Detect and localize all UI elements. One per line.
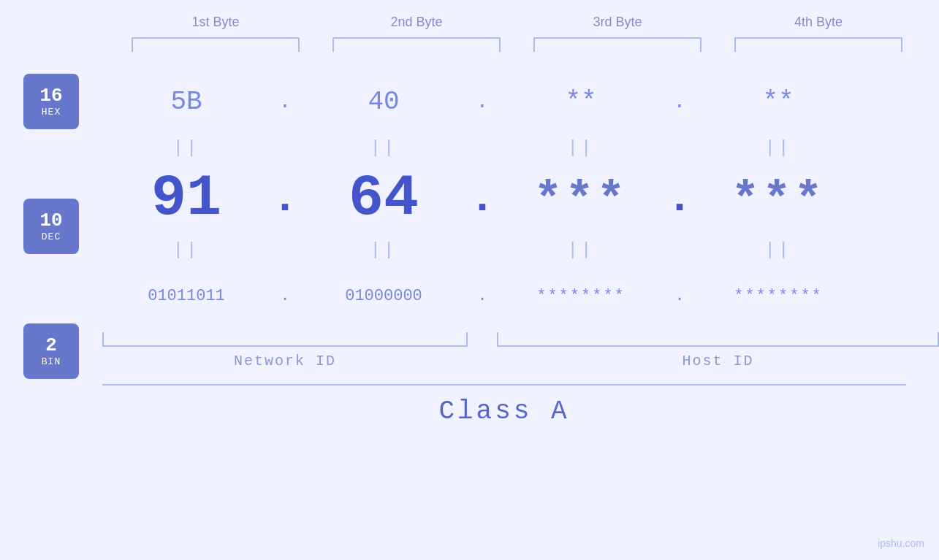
class-section: Class A [102,384,906,426]
equals-row-1: || || || || [102,137,939,158]
dec-row: 91 . 64 . *** . *** [102,166,939,231]
bottom-bracket-row [102,332,939,347]
bin-badge: 2 BIN [23,323,79,379]
bin-cell-3: ******** [497,287,665,305]
dec-val-2: 64 [349,165,419,231]
eq1-c2: || [300,138,468,158]
hex-val-3: ** [565,87,596,117]
class-label: Class A [438,396,569,426]
hex-cell-3: ** [497,87,665,117]
main-container: 1st Byte 2nd Byte 3rd Byte 4th Byte 16 H… [0,0,939,560]
col-header-1: 1st Byte [132,15,300,30]
dec-dot-1: . [270,177,300,228]
dec-val-3: *** [533,174,628,228]
bin-row: 01011011 . 01000000 . ******** . [102,268,939,323]
bracket-3 [533,37,702,52]
col-header-3: 3rd Byte [533,15,702,30]
eq1-c1: || [102,138,270,158]
dec-cell-4: *** [694,174,862,228]
eq2-c3: || [497,240,665,260]
dec-val-4: *** [731,174,825,228]
eq1-c4: || [694,138,862,158]
host-id-bracket [497,332,939,347]
col-header-4: 4th Byte [734,15,902,30]
hex-val-1: 5B [170,87,202,117]
header-brackets [115,37,919,52]
hex-dot-3: . [665,91,694,113]
hex-cell-4: ** [694,87,862,117]
hex-dot-1: . [270,91,300,113]
col-header-2: 2nd Byte [332,15,501,30]
column-headers: 1st Byte 2nd Byte 3rd Byte 4th Byte [115,15,919,30]
dec-dot-3: . [665,177,694,228]
hex-badge: 16 HEX [23,74,79,129]
id-labels-row: Network ID Host ID [102,353,939,369]
hex-cell-2: 40 [300,87,468,117]
hex-dot-2: . [468,91,497,113]
bin-val-4: ******** [734,287,823,305]
dec-badge-label: DEC [42,231,61,242]
bin-dot-3: . [665,287,694,305]
content-area: 16 HEX 10 DEC 2 BIN 5B . [0,74,939,426]
badges-column: 16 HEX 10 DEC 2 BIN [0,74,102,426]
bin-val-3: ******** [536,287,626,305]
network-id-label: Network ID [102,353,468,369]
bin-badge-label: BIN [42,356,61,367]
bracket-1 [132,37,300,52]
bracket-4 [734,37,902,52]
watermark: ipshu.com [878,537,924,549]
hex-row: 5B . 40 . ** . ** [102,74,939,129]
eq2-c4: || [694,240,862,260]
dec-badge: 10 DEC [23,199,79,254]
bin-dot-2: . [468,287,497,305]
dec-badge-number: 10 [39,210,62,231]
hex-badge-number: 16 [39,85,62,107]
data-columns: 5B . 40 . ** . ** [102,74,939,426]
network-id-bracket [102,332,468,347]
bin-val-2: 01000000 [345,287,422,305]
eq2-c2: || [300,240,468,260]
dec-cell-1: 91 [102,169,270,228]
hex-val-2: 40 [368,87,399,117]
dec-dot-2: . [468,177,497,228]
bin-dot-1: . [270,287,300,305]
bin-badge-number: 2 [45,335,57,356]
bin-cell-1: 01011011 [102,287,270,305]
eq2-c1: || [102,240,270,260]
hex-val-4: ** [762,87,794,117]
dec-cell-2: 64 [300,169,468,228]
hex-badge-label: HEX [42,107,61,118]
hex-cell-1: 5B [102,87,270,117]
equals-row-2: || || || || [102,239,939,261]
bin-cell-2: 01000000 [300,287,468,305]
dec-val-1: 91 [151,165,221,231]
bin-cell-4: ******** [694,287,862,305]
eq1-c3: || [497,138,665,158]
host-id-label: Host ID [497,353,939,369]
dec-cell-3: *** [497,174,665,228]
bracket-2 [332,37,501,52]
bin-val-1: 01011011 [148,287,225,305]
